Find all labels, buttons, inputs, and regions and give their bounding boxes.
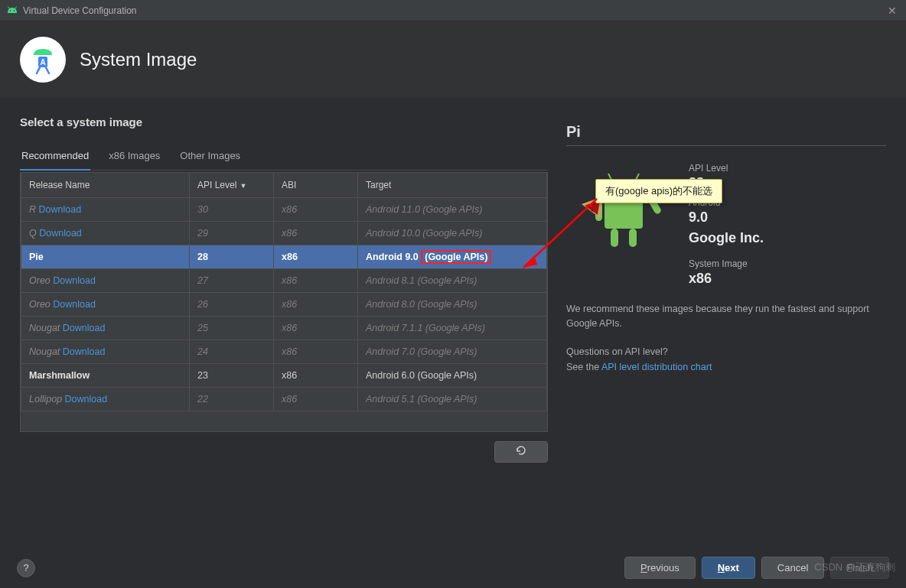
details-pane: Pi API Level: [566, 115, 886, 463]
svg-text:A: A: [40, 58, 45, 67]
svg-line-3: [15, 6, 17, 8]
tab-recommended[interactable]: Recommended: [20, 144, 90, 171]
api-cell: 28: [190, 245, 274, 269]
target-cell: Android 8.1 (Google APIs): [358, 269, 547, 293]
api-cell: 22: [190, 388, 274, 411]
svg-rect-13: [611, 229, 618, 247]
release-cell: Oreo Download: [21, 293, 190, 317]
release-cell: Oreo Download: [21, 269, 190, 293]
col-release[interactable]: Release Name: [21, 173, 190, 198]
titlebar: Virtual Device Configuration ✕: [0, 0, 906, 21]
api-cell: 24: [190, 340, 274, 364]
api-cell: 29: [190, 222, 274, 245]
refresh-icon: [515, 445, 527, 459]
col-abi[interactable]: ABI: [274, 173, 358, 198]
svg-point-17: [592, 210, 593, 211]
api-cell: 23: [190, 364, 274, 388]
download-link[interactable]: Download: [39, 228, 82, 239]
table-row[interactable]: Nougat Download24x86Android 7.0 (Google …: [21, 340, 547, 364]
android-icon: [6, 4, 18, 18]
table-row[interactable]: Lollipop Download22x86Android 5.1 (Googl…: [21, 388, 547, 411]
table-row[interactable]: Q Download29x86Android 10.0 (Google APIs…: [21, 222, 547, 245]
google-apis-highlight: (Google APIs): [421, 250, 491, 264]
abi-cell: x86: [274, 269, 358, 293]
svg-point-0: [10, 10, 11, 11]
recommendation-text: We recommend these images because they r…: [566, 302, 886, 331]
release-cell: Marshmallow: [21, 364, 190, 388]
window-title: Virtual Device Configuration: [23, 5, 885, 16]
svg-line-2: [8, 6, 10, 8]
target-cell: Android 6.0 (Google APIs): [358, 364, 547, 388]
android-value: 9.0: [689, 210, 764, 226]
abi-cell: x86: [274, 340, 358, 364]
release-cell: Nougat Download: [21, 317, 190, 340]
target-cell: Android 5.1 (Google APIs): [358, 388, 547, 411]
download-link[interactable]: Download: [53, 299, 96, 310]
table-row[interactable]: R Download30x86Android 11.0 (Google APIs…: [21, 198, 547, 222]
details-heading: Pi: [566, 123, 886, 146]
download-link[interactable]: Download: [39, 204, 82, 215]
abi-cell: x86: [274, 317, 358, 340]
target-cell: Android 7.1.1 (Google APIs): [358, 317, 547, 340]
footer: ? Previous Next Cancel Finish: [0, 557, 906, 579]
tabs: Recommended x86 Images Other Images: [20, 144, 548, 171]
release-cell: Lollipop Download: [21, 388, 190, 411]
target-cell: Android 11.0 (Google APIs): [358, 198, 547, 222]
system-image-label: System Image: [689, 258, 764, 269]
target-cell: Android 7.0 (Google APIs): [358, 340, 547, 364]
refresh-button[interactable]: [494, 441, 548, 463]
table-row[interactable]: Nougat Download25x86Android 7.1.1 (Googl…: [21, 317, 547, 340]
sort-desc-icon: ▼: [240, 182, 246, 190]
download-link[interactable]: Download: [63, 346, 106, 357]
api-cell: 30: [190, 198, 274, 222]
android-robot-illustration: [566, 158, 673, 265]
target-cell: Android 8.0 (Google APIs): [358, 293, 547, 317]
svg-point-1: [14, 10, 15, 11]
target-cell: Android 9.0 (Google APIs): [358, 245, 547, 269]
android-studio-badge-icon: A: [20, 37, 66, 83]
target-cell: Android 10.0 (Google APIs): [358, 222, 547, 245]
release-cell: Pie: [21, 245, 190, 269]
svg-rect-14: [629, 229, 637, 247]
api-cell: 27: [190, 269, 274, 293]
watermark: CSDN @迈克狗剩: [814, 560, 895, 574]
system-image-value: x86: [689, 271, 764, 287]
abi-cell: x86: [274, 364, 358, 388]
page-title: System Image: [80, 49, 197, 70]
col-target[interactable]: Target: [358, 173, 547, 198]
system-image-table: Release Name API Level▼ ABI Target R Dow…: [21, 172, 547, 411]
download-link[interactable]: Download: [63, 323, 106, 333]
annotation-tooltip: 有(google apis)的不能选: [595, 179, 722, 203]
tab-x86-images[interactable]: x86 Images: [107, 144, 161, 171]
vendor-value: Google Inc.: [689, 230, 764, 246]
api-cell: 26: [190, 293, 274, 317]
col-api[interactable]: API Level▼: [190, 173, 274, 198]
abi-cell: x86: [274, 222, 358, 245]
help-button[interactable]: ?: [17, 559, 35, 577]
section-subtitle: Select a system image: [20, 115, 548, 128]
abi-cell: x86: [274, 388, 358, 411]
close-icon[interactable]: ✕: [885, 5, 900, 17]
previous-button[interactable]: Previous: [624, 557, 696, 579]
abi-cell: x86: [274, 245, 358, 269]
distribution-chart-link[interactable]: API level distribution chart: [601, 362, 712, 372]
api-cell: 25: [190, 317, 274, 340]
next-button[interactable]: Next: [702, 557, 755, 579]
table-row[interactable]: Pie28x86Android 9.0 (Google APIs): [21, 245, 547, 269]
tab-other-images[interactable]: Other Images: [178, 144, 242, 171]
header-band: A System Image: [0, 21, 906, 99]
table-row[interactable]: Marshmallow23x86Android 6.0 (Google APIs…: [21, 364, 547, 388]
download-link[interactable]: Download: [53, 275, 96, 286]
release-cell: Q Download: [21, 222, 190, 245]
chart-link-line: See the API level distribution chart: [566, 360, 886, 375]
abi-cell: x86: [274, 198, 358, 222]
table-row[interactable]: Oreo Download27x86Android 8.1 (Google AP…: [21, 269, 547, 293]
svg-point-15: [588, 206, 590, 208]
release-cell: R Download: [21, 198, 190, 222]
download-link[interactable]: Download: [65, 394, 108, 404]
api-level-label: API Level: [689, 163, 764, 174]
release-cell: Nougat Download: [21, 340, 190, 364]
api-question-text: Questions on API level?: [566, 346, 886, 357]
svg-point-16: [593, 203, 595, 205]
table-row[interactable]: Oreo Download26x86Android 8.0 (Google AP…: [21, 293, 547, 317]
